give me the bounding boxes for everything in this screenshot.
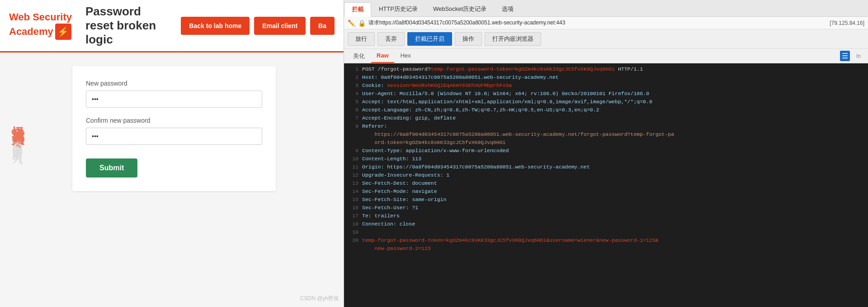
sub-tab-pretty[interactable]: 美化 (348, 50, 370, 63)
in-label: In (853, 51, 864, 61)
watermark-red-text: 怪我没有用尽 (9, 116, 26, 127)
http-line: 10Content-Length: 113 (344, 155, 868, 163)
http-line: 5Accept: text/html,application/xhtml+xml… (344, 98, 868, 106)
lock-icon: 🔒 (358, 19, 366, 27)
sub-tab-raw[interactable]: Raw (371, 50, 394, 63)
http-line: 9Content-Type: application/x-www-form-ur… (344, 147, 868, 155)
sub-tabs: 美化 Raw Hex ☰ In (344, 49, 868, 63)
submit-button[interactable]: Submit (86, 158, 137, 177)
watermark: 怪我没有用尽 来改变自己所有力气 (9, 116, 26, 148)
http-line: 6Accept-Language: zh-CN,zh;q=0.8,zh-TW;q… (344, 106, 868, 114)
http-line: new-password-2=123 (344, 245, 868, 253)
http-line: 20temp-forgot-password-token=kgOZm4kc8sK… (344, 236, 868, 245)
password-reset-form: New password Confirm new password Submit (72, 66, 276, 191)
ip-badge: [79.125.84.16] (830, 20, 864, 26)
open-browser-button[interactable]: 打开内嵌浏览器 (485, 32, 541, 46)
back-to-lab-button[interactable]: Back to lab home (181, 17, 250, 35)
new-password-label: New password (86, 80, 262, 87)
email-client-button[interactable]: Email client (254, 17, 306, 35)
sub-tab-icons: ☰ In (840, 51, 864, 63)
drop-button[interactable]: 丢弃 (377, 32, 405, 46)
confirm-password-label: Confirm new password (86, 117, 262, 124)
http-line: 12Upgrade-Insecure-Requests: 1 (344, 171, 868, 179)
lab-panel: Web Security Academy⚡ Password reset bro… (0, 0, 344, 307)
http-line: 17Te: trailers (344, 212, 868, 220)
request-url: 请求https://0a8f004d03454317c0075a5200a800… (368, 19, 827, 27)
http-line: 11Origin: https://0a8f004d03454317c0075a… (344, 163, 868, 171)
http-line: 19 (344, 228, 868, 236)
action-button[interactable]: 操作 (455, 32, 482, 46)
http-line: 13Sec-Fetch-Dest: document (344, 179, 868, 187)
confirm-password-group: Confirm new password (86, 117, 262, 145)
new-password-group: New password (86, 80, 262, 108)
watermark-gray-text: 来改变自己所有力气 (10, 131, 25, 148)
request-bar: ✏️ 🔒 请求https://0a8f004d03454317c0075a520… (344, 17, 868, 29)
http-line: https://0a8f004d03454317c0075a5200a80051… (344, 130, 868, 139)
forward-button[interactable]: 放行 (348, 32, 375, 46)
logo-text: Web Security Academy⚡ (9, 11, 72, 39)
burp-tabs: 拦截 HTTP历史记录 WebSocket历史记录 选项 (344, 0, 868, 17)
logo-area: Web Security Academy⚡ (9, 11, 72, 39)
pencil-icon: ✏️ (348, 19, 355, 27)
http-line: 3Cookie: session=NeURvhKGQlEqAkmY93EhVUF… (344, 82, 868, 90)
confirm-password-input[interactable] (86, 128, 262, 145)
http-line: 14Sec-Fetch-Mode: navigate (344, 187, 868, 196)
sub-tab-hex[interactable]: Hex (395, 50, 416, 63)
http-line: 2Host: 0a8f004d03454317c0075a5200a80051.… (344, 73, 868, 82)
logo-line2: Academy (9, 26, 53, 37)
tab-options[interactable]: 选项 (494, 2, 521, 16)
csdn-watermark: CSDN @yh野良 (300, 295, 339, 302)
http-line: ord-token=kgOZm4kc8sKK33gcJC5fvXK0QJvq6H… (344, 139, 868, 147)
sub-tabs-left: 美化 Raw Hex (348, 50, 416, 63)
header: Web Security Academy⚡ Password reset bro… (0, 0, 344, 53)
tab-intercept[interactable]: 拦截 (344, 2, 371, 17)
http-line: 16Sec-Fetch-User: ?1 (344, 204, 868, 212)
burp-actions: 放行 丢弃 拦截已开启 操作 打开内嵌浏览器 (344, 29, 868, 49)
http-line: 4User-Agent: Mozilla/5.0 (Windows NT 10.… (344, 90, 868, 98)
list-icon[interactable]: ☰ (840, 51, 850, 61)
logo-line1: Web Security (9, 11, 72, 23)
http-line: 7Accept-Encoding: gzip, deflate (344, 114, 868, 122)
http-line: 1POST /forgot-password?temp-forgot-passw… (344, 65, 868, 73)
tab-websocket-history[interactable]: WebSocket历史记录 (425, 2, 494, 16)
burp-panel: 拦截 HTTP历史记录 WebSocket历史记录 选项 ✏️ 🔒 请求http… (344, 0, 868, 307)
http-line: 15Sec-Fetch-Site: same-origin (344, 196, 868, 204)
new-password-input[interactable] (86, 91, 262, 108)
tab-http-history[interactable]: HTTP历史记录 (371, 2, 425, 16)
ba-button[interactable]: Ba (310, 17, 335, 35)
intercept-on-button[interactable]: 拦截已开启 (407, 32, 452, 46)
http-line: 18Connection: close (344, 220, 868, 228)
page-title: Password reset broken logic (85, 5, 172, 47)
lightning-icon: ⚡ (55, 24, 71, 40)
http-line: 8Referer: (344, 122, 868, 130)
http-content[interactable]: 1POST /forgot-password?temp-forgot-passw… (344, 63, 868, 307)
